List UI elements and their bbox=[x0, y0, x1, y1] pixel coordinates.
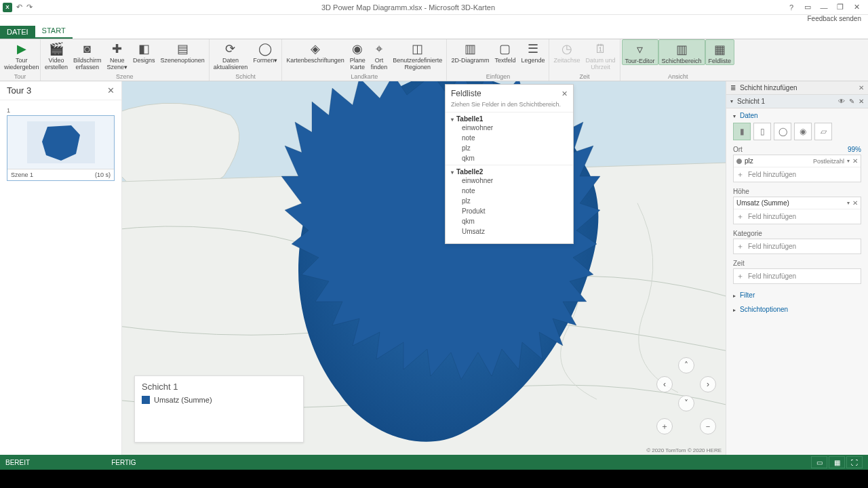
section-options[interactable]: Schichtoptionen bbox=[726, 302, 868, 317]
fieldlist-close-icon[interactable]: ✕ bbox=[561, 89, 568, 98]
new-scene-button[interactable]: ✚Neue Szene▾ bbox=[104, 39, 131, 70]
legend-title: Schicht 1 bbox=[135, 376, 303, 396]
ort-dropzone[interactable]: plzPostleitzahl▾✕ ＋Feld hinzufügen bbox=[733, 155, 861, 182]
hoehe-label: Höhe bbox=[733, 188, 749, 195]
plus-icon: ＋ bbox=[736, 271, 744, 281]
remove-field-icon[interactable]: ✕ bbox=[852, 199, 858, 207]
add-field-hoehe[interactable]: ＋Feld hinzufügen bbox=[734, 209, 861, 224]
tilt-up-icon[interactable]: ˄ bbox=[678, 357, 694, 373]
tab-file[interactable]: DATEI bbox=[0, 26, 35, 39]
field-item[interactable]: plz bbox=[451, 196, 573, 206]
map-nav-controls: ˄ ‹› ˅ ＋－ bbox=[655, 356, 717, 436]
find-location-button[interactable]: ⌖Ort finden bbox=[368, 39, 391, 70]
undo-icon[interactable]: ↶ bbox=[16, 3, 22, 12]
dropdown-icon[interactable]: ▾ bbox=[847, 158, 850, 164]
ort-confidence[interactable]: 99% bbox=[848, 146, 861, 153]
feedback-link[interactable]: Feedback senden bbox=[807, 15, 861, 22]
textfield-button[interactable]: ▢Textfeld bbox=[492, 39, 518, 64]
ort-label: Ort bbox=[733, 146, 743, 153]
titlebar: X ↶ ↷ 3D Power Map Diagramm.xlsx - Micro… bbox=[0, 0, 868, 15]
map-view[interactable]: Schicht 1 Umsatz (Summe) © 2020 TomTom ©… bbox=[122, 81, 726, 455]
layer-name: Schicht 1 bbox=[737, 98, 765, 105]
field-item[interactable]: Produkt bbox=[451, 206, 573, 216]
section-filter[interactable]: Filter bbox=[726, 288, 868, 302]
shapes-button[interactable]: ◯Formen▾ bbox=[250, 39, 280, 70]
layer-pane-button[interactable]: ▥Schichtbereich bbox=[658, 39, 705, 65]
tour-play-button[interactable]: ▶Tour wiedergeben bbox=[1, 39, 42, 70]
add-field-zeit[interactable]: ＋Feld hinzufügen bbox=[734, 269, 861, 283]
screen-capture-button[interactable]: ◙Bildschirm erfassen bbox=[71, 39, 104, 70]
view-normal-icon[interactable]: ▭ bbox=[811, 456, 827, 468]
field-list-panel[interactable]: Feldliste✕ Ziehen Sie Felder in den Schi… bbox=[445, 84, 574, 244]
view-layout-icon[interactable]: ▦ bbox=[829, 456, 845, 468]
scene-options-button[interactable]: ▤Szenenoptionen bbox=[158, 39, 208, 70]
remove-field-icon[interactable]: ✕ bbox=[852, 157, 858, 165]
layer-delete-icon[interactable]: ✕ bbox=[859, 98, 864, 105]
ribbon-collapse-icon[interactable]: ▭ bbox=[800, 3, 815, 12]
field-item[interactable]: einwohner bbox=[451, 123, 573, 133]
redo-icon[interactable]: ↷ bbox=[26, 3, 33, 12]
layer-expand-icon[interactable]: ▾ bbox=[730, 98, 733, 104]
legend-item: Umsatz (Summe) bbox=[154, 396, 212, 404]
tour-pane-close-icon[interactable]: ✕ bbox=[107, 85, 115, 96]
field-item[interactable]: note bbox=[451, 133, 573, 143]
field-item[interactable]: qkm bbox=[451, 216, 573, 226]
field-item[interactable]: plz bbox=[451, 143, 573, 153]
restore-icon[interactable]: ❐ bbox=[833, 3, 848, 12]
zeit-dropzone[interactable]: ＋Feld hinzufügen bbox=[733, 268, 861, 284]
zoom-in-icon[interactable]: ＋ bbox=[656, 418, 673, 434]
legend-button[interactable]: ☰Legende bbox=[518, 39, 547, 64]
field-item[interactable]: einwohner bbox=[451, 176, 573, 186]
tab-start[interactable]: START bbox=[35, 24, 73, 39]
flat-map-button[interactable]: ◉Plane Karte bbox=[347, 39, 368, 70]
chart-type-bubble[interactable]: ◯ bbox=[774, 123, 791, 140]
map-labels-button[interactable]: ◈Kartenbeschriftungen bbox=[283, 39, 347, 70]
timeline-button: ◷Zeitachse bbox=[551, 39, 583, 70]
add-field-kategorie[interactable]: ＋Feld hinzufügen bbox=[734, 239, 861, 253]
table-header[interactable]: Tabelle1 bbox=[451, 115, 573, 123]
field-item[interactable]: note bbox=[451, 186, 573, 196]
chart-type-heatmap[interactable]: ◉ bbox=[794, 123, 812, 140]
layer-panel-close-icon[interactable]: ✕ bbox=[859, 84, 864, 92]
app-icon: X bbox=[3, 3, 12, 12]
layer-rename-icon[interactable]: ✎ bbox=[849, 98, 854, 105]
table-header[interactable]: Tabelle2 bbox=[451, 168, 573, 176]
add-field-ort[interactable]: ＋Feld hinzufügen bbox=[734, 167, 861, 182]
kategorie-dropzone[interactable]: ＋Feld hinzufügen bbox=[733, 239, 861, 254]
tour-editor-pane: Tour 3✕ 1 Szene 1(10 s) bbox=[0, 81, 122, 455]
window-title: 3D Power Map Diagramm.xlsx - Microsoft 3… bbox=[33, 3, 784, 12]
minimize-icon[interactable]: — bbox=[816, 3, 831, 12]
fieldlist-button[interactable]: ▦Feldliste bbox=[705, 39, 735, 65]
layer-panel: ≣Schicht hinzufügen ✕ ▾ Schicht 1 👁 ✎ ✕ … bbox=[726, 81, 868, 455]
radio-icon[interactable] bbox=[736, 159, 742, 164]
map-legend[interactable]: Schicht 1 Umsatz (Summe) bbox=[134, 375, 304, 443]
help-icon[interactable]: ? bbox=[784, 3, 799, 12]
designs-button[interactable]: ◧Designs bbox=[130, 39, 158, 70]
zoom-out-icon[interactable]: － bbox=[700, 418, 716, 434]
rotate-right-icon[interactable]: › bbox=[700, 376, 716, 392]
chart-type-clustered[interactable]: ▯ bbox=[753, 123, 771, 140]
chart-type-column[interactable]: ▮ bbox=[733, 123, 751, 140]
rotate-left-icon[interactable]: ‹ bbox=[656, 376, 673, 392]
plus-icon: ＋ bbox=[736, 211, 744, 222]
field-item[interactable]: qkm bbox=[451, 153, 573, 163]
dropdown-icon[interactable]: ▾ bbox=[847, 200, 850, 206]
chart-type-region[interactable]: ▱ bbox=[814, 123, 832, 140]
plus-icon: ＋ bbox=[736, 241, 744, 251]
view-full-icon[interactable]: ⛶ bbox=[846, 456, 863, 468]
chart2d-button[interactable]: ▥2D-Diagramm bbox=[448, 39, 492, 64]
tour-editor-button[interactable]: ▿Tour-Editor bbox=[622, 39, 658, 65]
field-item[interactable]: Umsatz bbox=[451, 226, 573, 237]
legend-swatch bbox=[142, 396, 150, 404]
custom-regions-button[interactable]: ◫Benutzerdefinierte Regionen bbox=[390, 39, 445, 70]
menu-tabs: DATEI START bbox=[0, 24, 868, 39]
refresh-data-button[interactable]: ⟳Daten aktualisieren bbox=[211, 39, 251, 70]
close-icon[interactable]: ✕ bbox=[849, 3, 864, 12]
scene-thumbnail[interactable]: Szene 1(10 s) bbox=[7, 115, 115, 181]
add-layer-button[interactable]: ≣Schicht hinzufügen bbox=[730, 84, 797, 92]
tilt-down-icon[interactable]: ˅ bbox=[678, 395, 694, 411]
section-data[interactable]: Daten bbox=[726, 108, 868, 123]
layer-visibility-icon[interactable]: 👁 bbox=[838, 98, 845, 105]
video-button[interactable]: 🎬Video erstellen bbox=[42, 39, 71, 70]
hoehe-dropzone[interactable]: Umsatz (Summe)▾✕ ＋Feld hinzufügen bbox=[733, 197, 861, 224]
